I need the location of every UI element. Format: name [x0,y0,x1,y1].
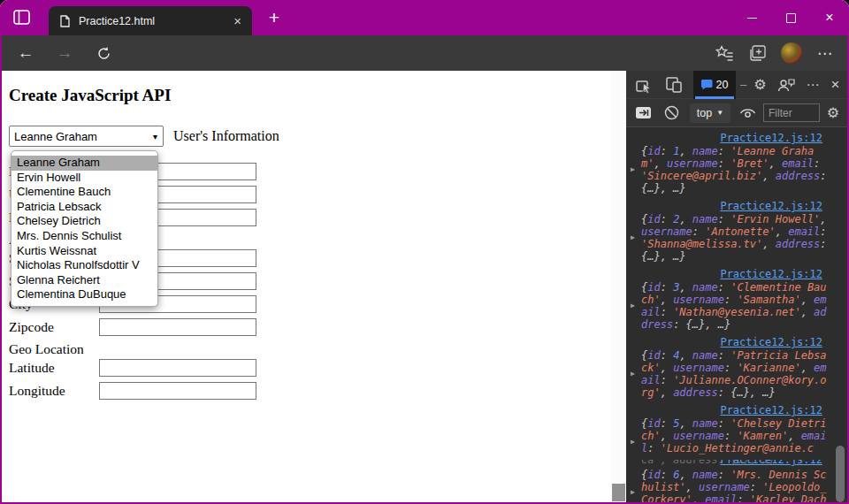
devtools-close-icon[interactable]: × [831,76,840,94]
live-expression-eye-icon[interactable] [739,107,756,119]
console-object-preview[interactable]: {id: 2, name: 'Ervin Howell', username: … [641,213,829,263]
navigation-bar: ← → i File C:/Users/hnspa/Desktop/Fall20… [0,35,849,71]
title-bar: Practice12.html × + × [0,0,849,35]
form-section-header: Geo Location [9,340,265,358]
console-entry: Practice12.js:12▶{id: 4, name: 'Patricia… [626,336,847,399]
browser-tab[interactable]: Practice12.html × [49,6,252,35]
console-toolbar: top ▼ ⚙ [626,99,847,127]
console-source-link[interactable]: Practice12.js:12 [641,336,847,349]
dropdown-option[interactable]: Chelsey Dietrich [11,214,157,229]
console-object-preview[interactable]: {id: 3, name: 'Clementine Bauch', userna… [641,281,829,331]
form-label: Latitude [9,360,55,375]
favorites-hub-icon[interactable] [708,35,741,71]
console-settings-icon[interactable]: ⚙ [827,104,839,121]
page-icon [60,15,70,27]
console-object-preview[interactable]: {id: 6, name: 'Mrs. Dennis Schulist', us… [641,469,829,502]
console-sidebar-icon[interactable] [635,106,652,119]
tab-title: Practice12.html [79,15,233,27]
console-glitch-row: ca', address: {…}, …}Practice12.js:12 [626,460,847,468]
expand-triangle-icon[interactable]: ▶ [631,233,635,241]
console-source-link[interactable]: Practice12.js:12 [641,268,847,281]
dropdown-option[interactable]: Mrs. Dennis Schulist [11,229,157,244]
user-select[interactable]: Leanne Graham ▾ [9,126,164,147]
page-scrollbar[interactable] [611,71,626,502]
console-source-link[interactable]: Practice12.js:12 [641,132,847,145]
console-source-link[interactable]: Practice12.js:12 [641,404,847,417]
forward-button: → [51,35,78,71]
dropdown-option[interactable]: Nicholas Runolfsdottir V [11,258,157,273]
nav-right-icons: ⋯ [708,35,842,71]
feedback-icon[interactable] [777,77,796,93]
dropdown-option[interactable]: Patricia Lebsack [11,200,157,215]
chevron-down-icon: ▾ [153,132,157,141]
expand-triangle-icon[interactable]: ▶ [631,302,635,309]
console-entry: Practice12.js:12▶{id: 6, name: 'Mrs. Den… [626,469,847,502]
expand-triangle-icon[interactable]: ▶ [631,488,635,496]
avatar [781,42,802,64]
refresh-button[interactable] [90,35,117,71]
browser-menu-icon[interactable]: ⋯ [808,35,842,71]
device-toolbar-icon[interactable] [665,76,683,93]
tab-overflow-icon: – [740,78,746,91]
console-object-preview[interactable]: {id: 1, name: 'Leanne Graham', username:… [641,145,829,195]
tab-actions-icon[interactable] [13,10,30,25]
minimize-button[interactable] [732,0,771,35]
clear-console-icon[interactable] [664,105,679,120]
console-source-link[interactable]: Practice12.js:12 [641,200,847,213]
devtools-settings-icon[interactable]: ⚙ [753,76,766,93]
collections-icon[interactable] [741,35,775,71]
console-object-preview[interactable]: {id: 5, name: 'Chelsey Dietrich', userna… [641,417,829,454]
tab-close-icon[interactable]: × [233,14,241,27]
window-controls: × [732,0,849,35]
console-filter-input[interactable] [763,103,820,122]
context-selector[interactable]: top ▼ [690,103,730,123]
console-entry: Practice12.js:12▶{id: 1, name: 'Leanne G… [626,132,847,195]
devtools-menu-icon[interactable]: ⋯ [807,77,821,93]
form-row: Zipcode [9,317,265,340]
zipcode-input[interactable] [99,318,256,336]
select-caption: User's Information [173,128,279,144]
longitude-input[interactable] [99,382,256,400]
dropdown-option[interactable]: Clementine Bauch [11,185,157,200]
expand-triangle-icon[interactable]: ▶ [631,165,635,173]
chevron-down-icon: ▼ [716,109,723,117]
tab-console[interactable]: 20 [693,71,736,99]
expand-triangle-icon[interactable]: ▶ [631,438,635,446]
dropdown-option[interactable]: Kurtis Weissnat [11,244,157,259]
latitude-input[interactable] [99,359,256,377]
back-button[interactable]: ← [12,35,39,71]
maximize-button[interactable] [771,0,810,35]
select-value: Leanne Graham [14,130,153,143]
form-row: Longitude [9,381,265,404]
form-label: Longitude [9,383,65,398]
console-entry: Practice12.js:12▶{id: 3, name: 'Clementi… [626,268,847,331]
web-page: Create JavaScript API Leanne Graham ▾ Us… [2,71,611,502]
dropdown-option[interactable]: Glenna Reichert [11,273,157,288]
console-object-preview[interactable]: {id: 4, name: 'Patricia Lebsack', userna… [641,349,829,399]
inspect-element-icon[interactable] [635,76,653,94]
dropdown-option[interactable]: Ervin Howell [11,171,157,186]
console-output: Practice12.js:12▶{id: 1, name: 'Leanne G… [626,127,847,502]
dropdown-option[interactable]: Leanne Graham [11,156,157,171]
dropdown-option[interactable]: Clementina DuBuque [11,287,157,302]
context-value: top [697,107,712,119]
page-title: Create JavaScript API [9,86,171,105]
console-entry: Practice12.js:12▶{id: 2, name: 'Ervin Ho… [626,200,847,263]
browser-window: Practice12.html × + × ← → i File C:/User… [0,0,849,504]
console-bubble-icon [701,79,713,90]
select-dropdown-list: Leanne GrahamErvin HowellClementine Bauc… [11,150,158,307]
devtools-panel: 20 – ⚙ ⋯ × top ▼ [626,71,847,502]
active-tab-underline [695,96,734,99]
new-tab-button[interactable]: + [262,5,287,30]
form-row: Latitude [9,358,265,381]
console-scrollbar-thumb[interactable] [836,446,845,502]
profile-avatar[interactable] [775,35,808,71]
console-count-badge: 20 [716,79,729,91]
page-scrollbar-thumb[interactable] [612,484,625,501]
glitch-fragment: ca', address: {…}, …} [641,460,776,467]
console-entry: Practice12.js:12▶{id: 5, name: 'Chelsey … [626,404,847,454]
window-close-button[interactable]: × [810,0,849,35]
devtools-toolbar: 20 – ⚙ ⋯ × [626,71,847,99]
expand-triangle-icon[interactable]: ▶ [631,370,635,378]
form-label: Zipcode [9,319,54,334]
